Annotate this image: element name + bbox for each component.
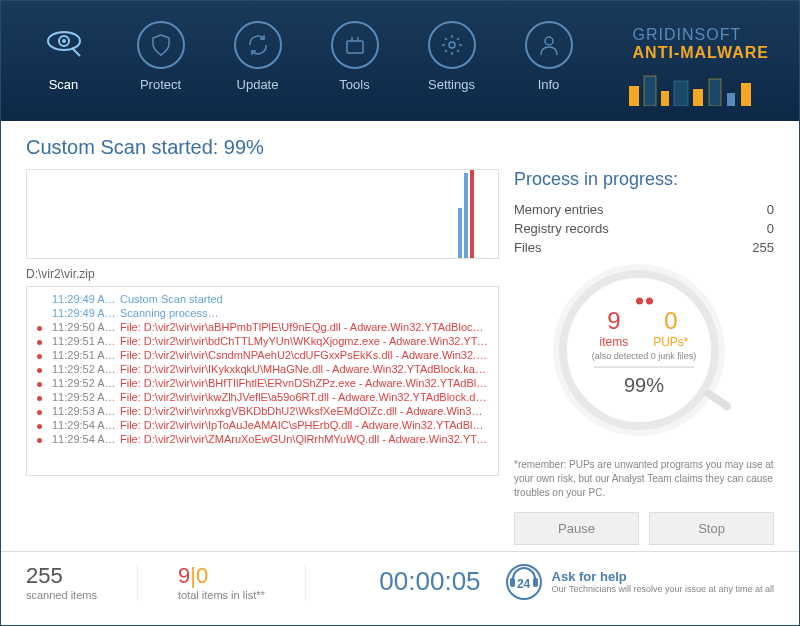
svg-rect-17 (510, 578, 515, 587)
progress-gauge: 9items 0PUPs* (also detected 0 junk file… (559, 270, 729, 440)
pause-button[interactable]: Pause (514, 512, 639, 545)
scan-log[interactable]: 11:29:49 A…Custom Scan started11:29:49 A… (26, 286, 499, 476)
nav-scan[interactable]: Scan (21, 21, 106, 92)
stop-button[interactable]: Stop (649, 512, 774, 545)
svg-rect-12 (674, 81, 688, 106)
skyline-graphic (619, 71, 769, 106)
shield-icon (137, 21, 185, 69)
header-bar: Scan Protect Update Tools (1, 1, 799, 121)
log-entry: 11:29:49 A…Scanning process… (37, 306, 488, 320)
svg-line-3 (72, 48, 80, 56)
nav-label: Update (237, 77, 279, 92)
svg-rect-15 (727, 93, 735, 106)
svg-rect-13 (693, 89, 703, 106)
current-file-path: D:\vir2\vir.zip (26, 267, 499, 281)
log-entry: 11:29:49 A…Custom Scan started (37, 292, 488, 306)
nav-label: Settings (428, 77, 475, 92)
nav-info[interactable]: Info (506, 21, 591, 92)
log-entry: 11:29:53 A…File: D:\vir2\vir\vir\nxkgVBK… (37, 404, 488, 418)
nav-label: Info (538, 77, 560, 92)
log-entry: 11:29:54 A…File: D:\vir2\vir\vir\ZMAruXo… (37, 432, 488, 446)
log-entry: 11:29:51 A…File: D:\vir2\vir\vir\bdChTTL… (37, 334, 488, 348)
log-entry: 11:29:52 A…File: D:\vir2\vir\vir\IKykxkq… (37, 362, 488, 376)
nav-label: Protect (140, 77, 181, 92)
svg-rect-9 (629, 86, 639, 106)
log-entry: 11:29:52 A…File: D:\vir2\vir\vir\kwZlhJV… (37, 390, 488, 404)
scan-status-title: Custom Scan started: 99% (26, 136, 774, 159)
log-entry: 11:29:51 A…File: D:\vir2\vir\vir\CsndmNP… (37, 348, 488, 362)
nav-settings[interactable]: Settings (409, 21, 494, 92)
eye-scan-icon (40, 21, 88, 69)
refresh-icon (234, 21, 282, 69)
brand-logo: GRIDINSOFT ANTI-MALWARE (633, 26, 769, 62)
svg-rect-14 (709, 79, 721, 106)
footer-scanned: 255 scanned items (26, 563, 138, 601)
support-24-icon: 24 (506, 564, 542, 600)
progress-title: Process in progress: (514, 169, 774, 190)
nav-label: Tools (339, 77, 369, 92)
elapsed-timer: 00:00:05 (379, 566, 480, 597)
pups-count: 0 (653, 307, 688, 335)
nav-protect[interactable]: Protect (118, 21, 203, 92)
activity-chart (26, 169, 499, 259)
tools-icon (331, 21, 379, 69)
log-entry: 11:29:50 A…File: D:\vir2\vir\vir\aBHPmbT… (37, 320, 488, 334)
nav-tools[interactable]: Tools (312, 21, 397, 92)
footer-total: 9|0 total items in list** (178, 563, 306, 601)
svg-rect-10 (644, 76, 656, 106)
footer-bar: 255 scanned items 9|0 total items in lis… (1, 551, 799, 611)
junk-note: (also detected 0 junk files) (574, 351, 714, 361)
svg-point-2 (62, 39, 66, 43)
gear-icon (428, 21, 476, 69)
svg-rect-4 (347, 41, 363, 53)
ask-for-help[interactable]: 24 Ask for help Our Technicians will res… (506, 564, 774, 600)
progress-percent: 99% (574, 374, 714, 397)
stat-memory: Memory entries0 (514, 202, 774, 217)
log-entry: 11:29:52 A…File: D:\vir2\vir\vir\BHfTIlF… (37, 376, 488, 390)
pup-disclaimer: *remember: PUPs are unwanted programs yo… (514, 458, 774, 500)
svg-rect-11 (661, 91, 669, 106)
svg-rect-18 (533, 578, 538, 587)
nav-label: Scan (49, 77, 79, 92)
stat-files: Files255 (514, 240, 774, 255)
items-count: 9 (599, 307, 628, 335)
user-icon (525, 21, 573, 69)
svg-point-8 (545, 37, 553, 45)
stat-registry: Registry records0 (514, 221, 774, 236)
nav-update[interactable]: Update (215, 21, 300, 92)
svg-point-7 (449, 42, 455, 48)
log-entry: 11:29:54 A…File: D:\vir2\vir\vir\IpToAuJ… (37, 418, 488, 432)
svg-rect-16 (741, 83, 751, 106)
